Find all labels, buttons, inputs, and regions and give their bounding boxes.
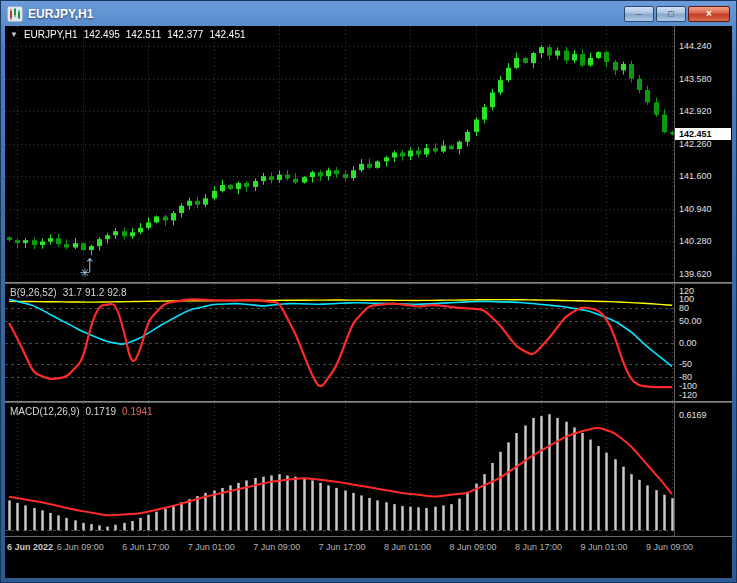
ohlc-readout: ▼ EURJPY,H1 142.495 142.511 142.377 142.… — [10, 29, 246, 40]
oscillator-label: B(9,26,52) 31.7 91.2 92.8 — [10, 287, 127, 298]
time-axis-label: 7 Jun 01:00 — [188, 542, 235, 552]
title-bar[interactable]: EURJPY,H1 _ □ × — [2, 2, 735, 26]
window-controls: _ □ × — [624, 6, 730, 22]
time-axis-label: 8 Jun 01:00 — [384, 542, 431, 552]
close-button[interactable]: × — [688, 6, 730, 22]
quote-close: 142.451 — [209, 29, 245, 40]
price-scale-label: 142.260 — [679, 139, 712, 149]
time-axis-label: 8 Jun 09:00 — [450, 542, 497, 552]
price-scale-label: 144.240 — [679, 41, 712, 51]
time-axis-label: 8 Jun 17:00 — [515, 542, 562, 552]
maximize-icon: □ — [668, 9, 673, 19]
macd-value-signal: 0.1941 — [122, 406, 153, 417]
oscillator-scale-label: 50.00 — [679, 316, 702, 326]
oscillator-values: 31.7 91.2 92.8 — [63, 287, 127, 298]
price-pane: ▼ EURJPY,H1 142.495 142.511 142.377 142.… — [5, 26, 732, 282]
oscillator-scale-label: -50 — [679, 359, 692, 369]
window-title: EURJPY,H1 — [28, 7, 93, 21]
oscillator-pane: B(9,26,52) 31.7 91.2 92.8 1201008050.000… — [5, 284, 732, 401]
price-chart-canvas[interactable] — [5, 26, 676, 282]
time-axis-label: 6 Jun 2022 — [7, 542, 53, 552]
price-scale[interactable]: 142.451 144.240143.580142.920142.260141.… — [674, 26, 732, 282]
macd-canvas[interactable] — [5, 403, 676, 536]
oscillator-scale-label: 0.00 — [679, 338, 697, 348]
price-scale-label: 140.280 — [679, 236, 712, 246]
time-axis-label: 7 Jun 09:00 — [253, 542, 300, 552]
minimize-icon: _ — [636, 5, 642, 15]
maximize-button[interactable]: □ — [656, 6, 686, 22]
oscillator-scale-label: 80 — [679, 303, 689, 313]
macd-name: MACD(12,26,9) — [10, 406, 79, 417]
time-axis-label: 7 Jun 17:00 — [319, 542, 366, 552]
quote-high: 142.511 — [126, 29, 161, 40]
chart-window: EURJPY,H1 _ □ × ▼ EURJPY,H1 142.495 142.… — [0, 0, 737, 583]
time-axis-label: 9 Jun 09:00 — [646, 542, 693, 552]
oscillator-scale[interactable]: 1201008050.000.00-50-80-100-120 — [674, 284, 732, 401]
quote-low: 142.377 — [167, 29, 203, 40]
chart-client-area: ▼ EURJPY,H1 142.495 142.511 142.377 142.… — [5, 26, 732, 578]
macd-label: MACD(12,26,9) 0.1719 0.1941 — [10, 406, 153, 417]
time-axis-label: 6 Jun 17:00 — [122, 542, 169, 552]
oscillator-canvas[interactable] — [5, 284, 676, 401]
macd-scale-label: 0.6169 — [679, 410, 707, 420]
macd-pane: MACD(12,26,9) 0.1719 0.1941 0.6169 — [5, 403, 732, 536]
time-axis-label: 6 Jun 09:00 — [57, 542, 104, 552]
time-axis[interactable]: 6 Jun 20226 Jun 09:006 Jun 17:007 Jun 01… — [5, 536, 732, 578]
price-scale-label: 139.620 — [679, 269, 712, 279]
time-axis-label: 9 Jun 01:00 — [580, 542, 627, 552]
price-scale-label: 143.580 — [679, 74, 712, 84]
price-scale-label: 141.600 — [679, 171, 712, 181]
oscillator-scale-label: -120 — [679, 390, 697, 400]
minimize-button[interactable]: _ — [624, 6, 654, 22]
price-scale-label: 140.940 — [679, 204, 712, 214]
macd-scale[interactable]: 0.6169 — [674, 403, 732, 536]
macd-value-main: 0.1719 — [85, 406, 116, 417]
symbol-label: EURJPY,H1 — [24, 29, 78, 40]
close-icon: × — [706, 9, 712, 19]
quote-open: 142.495 — [84, 29, 120, 40]
price-scale-label: 142.920 — [679, 106, 712, 116]
oscillator-name: B(9,26,52) — [10, 287, 57, 298]
chevron-down-icon: ▼ — [10, 30, 18, 39]
candlestick-chart-icon — [7, 6, 23, 22]
